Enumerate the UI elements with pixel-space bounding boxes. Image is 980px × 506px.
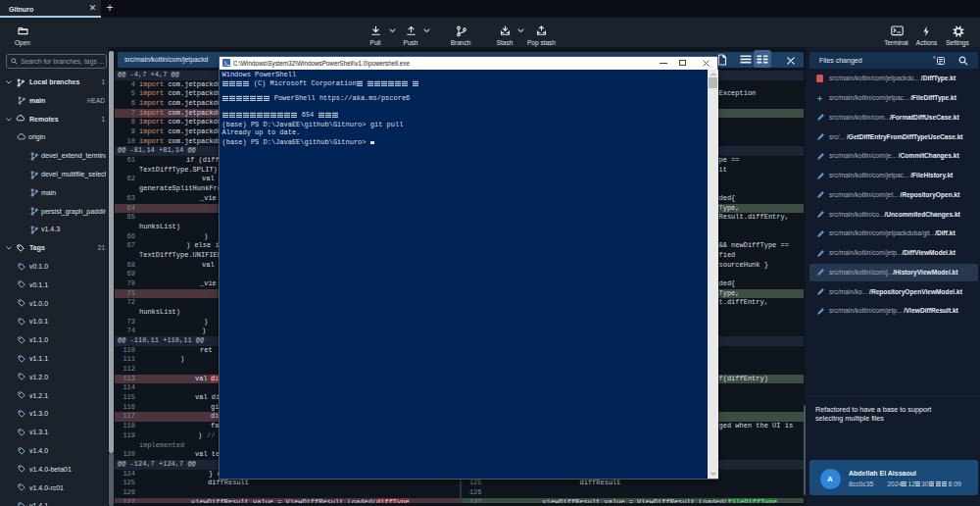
svg-text:º: º [933,55,936,62]
